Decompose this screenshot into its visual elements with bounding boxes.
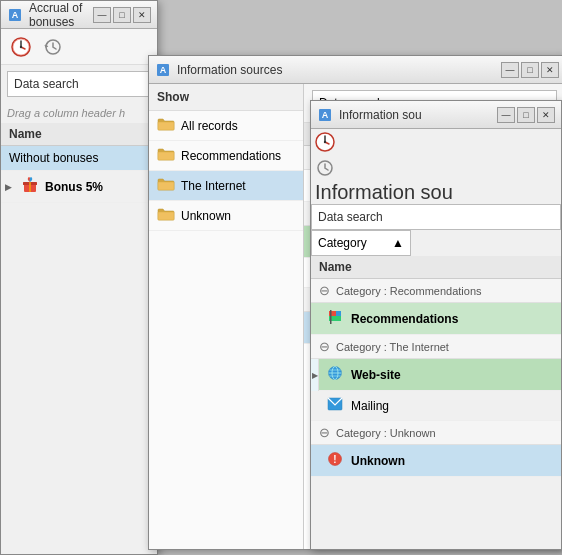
right-search-area	[311, 204, 561, 230]
right-row-recommendations[interactable]: Recommendations	[311, 303, 561, 335]
right-window-content: Information sou Category ▲ Name ⊖ Catego…	[311, 129, 561, 477]
right-restore-btn[interactable]: □	[517, 107, 535, 123]
table-row[interactable]: Without bonuses	[1, 146, 157, 171]
right-cat-header-rec: ⊖ Category : Recommendations	[311, 279, 561, 303]
info-minimize-btn[interactable]: —	[501, 62, 519, 78]
right-collapse-internet[interactable]: ⊖	[319, 339, 330, 354]
info-title-controls: — □ ✕	[501, 62, 559, 78]
right-row-website-container: ▶ Web-site	[311, 359, 561, 391]
svg-text:A: A	[12, 10, 19, 20]
tree-item-label: Unknown	[181, 209, 231, 223]
main-close-btn[interactable]: ✕	[133, 7, 151, 23]
main-title-text: Accrual of bonuses	[29, 1, 93, 29]
main-toolbar	[1, 29, 157, 65]
folder-icon	[157, 177, 175, 194]
svg-rect-13	[158, 122, 174, 130]
right-cat-header-unknown: ⊖ Category : Unknown	[311, 421, 561, 445]
right-category-dropdown[interactable]: Category ▲	[311, 230, 411, 256]
right-title-bar: A Information sou — □ ✕	[311, 101, 561, 129]
right-row-label: Mailing	[351, 399, 389, 413]
svg-text:!: !	[333, 454, 336, 465]
main-minimize-btn[interactable]: —	[93, 7, 111, 23]
right-close-btn[interactable]: ✕	[537, 107, 555, 123]
right-minimize-btn[interactable]: —	[497, 107, 515, 123]
main-title-bar: A Accrual of bonuses — □ ✕	[1, 1, 157, 29]
main-col-header: Name	[1, 123, 157, 146]
info-title-text: Information sources	[177, 63, 501, 77]
svg-rect-37	[336, 311, 341, 316]
tree-item-recommendations[interactable]: Recommendations	[149, 141, 303, 171]
row-arrow: ▶	[5, 182, 12, 192]
clock-button[interactable]	[7, 34, 35, 60]
table-row[interactable]: ▶ Bonus 5%	[1, 171, 157, 203]
info-close-btn[interactable]: ✕	[541, 62, 559, 78]
tree-item-label: The Internet	[181, 179, 246, 193]
main-search-box[interactable]	[7, 71, 151, 97]
right-cat-label-internet: Category : The Internet	[336, 341, 449, 353]
expand-arrow-area[interactable]: ▶	[311, 359, 319, 391]
gift-icon	[21, 176, 39, 197]
row-label: Without bonuses	[9, 151, 98, 165]
dropdown-up-arrow-icon: ▲	[392, 236, 404, 250]
right-title-controls: — □ ✕	[497, 107, 555, 123]
right-window-icon: A	[317, 107, 333, 123]
right-col-header: Name	[311, 256, 561, 279]
tree-item-internet[interactable]: The Internet	[149, 171, 303, 201]
main-restore-btn[interactable]: □	[113, 7, 131, 23]
show-label: Show	[149, 84, 303, 111]
right-row-unknown[interactable]: ! Unknown	[311, 445, 561, 477]
right-row-label: Web-site	[351, 368, 401, 382]
right-collapse-rec[interactable]: ⊖	[319, 283, 330, 298]
svg-rect-14	[158, 152, 174, 160]
right-row-website[interactable]: Web-site	[319, 359, 561, 391]
right-row-label: Recommendations	[351, 312, 458, 326]
right-clock-btn[interactable]	[311, 129, 339, 155]
right-cat-label-rec: Category : Recommendations	[336, 285, 482, 297]
right-data-area: ⊖ Category : Recommendations Recommendat…	[311, 279, 561, 477]
right-warning-icon: !	[327, 451, 343, 470]
right-dropdown-area: Category ▲	[311, 230, 561, 256]
folder-icon	[157, 147, 175, 164]
svg-rect-16	[158, 212, 174, 220]
folder-icon	[157, 117, 175, 134]
info-title-bar: A Information sources — □ ✕	[149, 56, 562, 84]
info-window-icon: A	[155, 62, 171, 78]
tree-item-label: All records	[181, 119, 238, 133]
main-search-input[interactable]	[7, 71, 151, 97]
right-panel-title: Information sou	[315, 181, 453, 203]
right-toolbar: Information sou	[311, 129, 561, 204]
right-history-btn[interactable]	[311, 155, 339, 181]
svg-rect-39	[330, 310, 332, 324]
tree-item-all[interactable]: All records	[149, 111, 303, 141]
info-restore-btn[interactable]: □	[521, 62, 539, 78]
right-window: A Information sou — □ ✕	[310, 100, 562, 550]
drag-hint: Drag a column header h	[1, 103, 157, 123]
tree-item-unknown[interactable]: Unknown	[149, 201, 303, 231]
svg-text:A: A	[322, 110, 329, 120]
accrual-bonuses-window: A Accrual of bonuses — □ ✕	[0, 0, 158, 555]
tree-item-label: Recommendations	[181, 149, 281, 163]
right-title-text: Information sou	[339, 108, 497, 122]
right-collapse-unknown[interactable]: ⊖	[319, 425, 330, 440]
arrow-right-icon: ▶	[312, 371, 318, 380]
history-button[interactable]	[39, 34, 67, 60]
svg-rect-10	[29, 182, 31, 192]
svg-point-6	[20, 45, 22, 47]
right-search-input[interactable]	[311, 204, 561, 230]
category-label: Category	[318, 236, 367, 250]
svg-rect-15	[158, 182, 174, 190]
right-row-mailing[interactable]: Mailing	[311, 391, 561, 421]
main-window-icon: A	[7, 7, 23, 23]
right-row-label: Unknown	[351, 454, 405, 468]
main-content: Drag a column header h Name Without bonu…	[1, 29, 157, 203]
row-label: Bonus 5%	[45, 180, 103, 194]
svg-point-34	[324, 141, 326, 143]
svg-text:A: A	[160, 65, 167, 75]
right-mail-icon	[327, 397, 343, 414]
right-cat-label-unknown: Category : Unknown	[336, 427, 436, 439]
right-globe-icon	[327, 365, 343, 384]
right-cat-header-internet: ⊖ Category : The Internet	[311, 335, 561, 359]
right-flag-icon	[327, 309, 343, 328]
left-panel: Show All records Recomme	[149, 84, 304, 549]
main-title-controls: — □ ✕	[93, 7, 151, 23]
